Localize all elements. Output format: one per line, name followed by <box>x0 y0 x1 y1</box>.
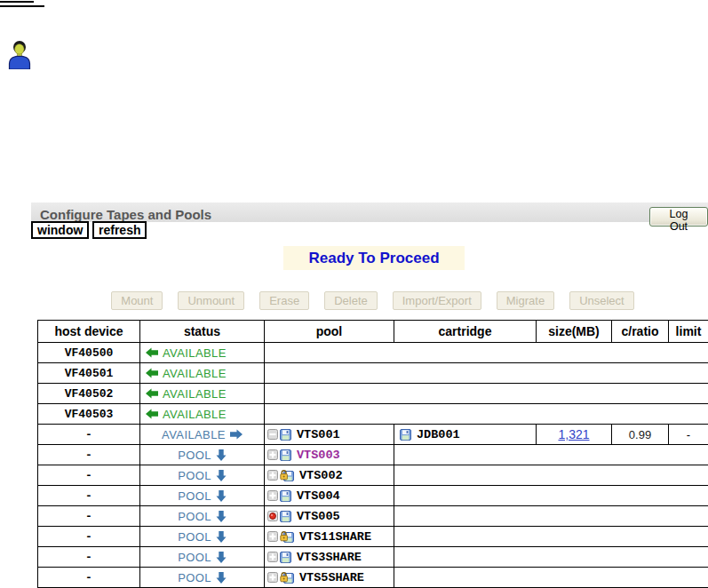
disk-icon <box>280 490 291 502</box>
table-body: VF40500AVAILABLEVF40501AVAILABLEVF40502A… <box>38 343 708 588</box>
col-status: status <box>140 321 265 343</box>
user-icon <box>7 39 32 69</box>
arrow-right-icon <box>230 429 243 440</box>
empty-cell <box>265 343 708 363</box>
empty-cell <box>265 404 708 425</box>
expand-plus-icon[interactable] <box>267 470 278 481</box>
table-header-row: host device status pool cartridge size(M… <box>38 321 708 343</box>
empty-cell <box>394 547 708 568</box>
size-link[interactable]: 1,321 <box>558 427 589 441</box>
disk-lock-icon <box>280 530 294 543</box>
page: Configure Tapes and Pools Log Out window… <box>0 0 708 588</box>
pool-cell: VTS5SHARE <box>265 568 394 588</box>
col-size-mb: size(MB) <box>537 321 612 343</box>
host-device-cell: VF40501 <box>38 363 140 384</box>
host-device-cell: VF40502 <box>38 384 140 404</box>
status-cell: POOL <box>140 527 265 547</box>
status-label: POOL <box>178 469 211 482</box>
mount-button[interactable]: Mount <box>111 291 163 310</box>
table-row: -AVAILABLEVTS001JDB0011,3210.99- <box>38 425 708 445</box>
section-header-bar: Configure Tapes and Pools <box>31 203 708 222</box>
record-icon <box>267 511 278 521</box>
status-cell: POOL <box>140 465 265 486</box>
status-cell: POOL <box>140 486 265 506</box>
import-export-button[interactable]: Import/Export <box>393 291 481 310</box>
pool-name: VTS004 <box>297 489 340 503</box>
expand-plus-icon[interactable] <box>267 531 278 542</box>
arrow-down-icon <box>216 490 227 502</box>
unselect-button[interactable]: Unselect <box>569 291 634 310</box>
col-pool: pool <box>265 321 394 343</box>
pool-name: VTS001 <box>297 428 340 441</box>
empty-cell <box>394 568 708 588</box>
pool-cell: VTS005 <box>265 506 394 527</box>
logout-button[interactable]: Log Out <box>649 207 708 226</box>
arrow-left-icon <box>146 409 158 419</box>
status-label: POOL <box>178 510 211 523</box>
collapse-minus-icon[interactable] <box>267 429 278 440</box>
refresh-frame-button[interactable]: refresh <box>92 221 147 239</box>
disk-icon <box>280 429 291 441</box>
host-device-cell: - <box>38 425 140 445</box>
cratio-cell: 0.99 <box>612 425 669 445</box>
window-frame-button[interactable]: window <box>31 221 89 239</box>
top-edge-line <box>0 5 44 7</box>
pool-cell: VTS004 <box>265 486 394 506</box>
status-label: AVAILABLE <box>163 346 227 360</box>
pool-cell: VTS003 <box>265 445 394 465</box>
arrow-down-icon <box>216 552 227 563</box>
disk-icon <box>280 511 291 522</box>
arrow-left-icon <box>146 388 158 399</box>
pool-name: VTS5SHARE <box>299 571 364 584</box>
toolbar: MountUnmountEraseDeleteImport/ExportMigr… <box>37 291 708 310</box>
delete-button[interactable]: Delete <box>324 291 378 310</box>
host-device-cell: - <box>38 547 140 568</box>
arrow-left-icon <box>146 368 158 378</box>
status-cell: AVAILABLE <box>140 404 265 425</box>
status-cell: POOL <box>140 547 265 568</box>
page-title: Configure Tapes and Pools <box>31 203 708 222</box>
host-device-cell: - <box>38 445 140 465</box>
arrow-down-icon <box>216 449 227 461</box>
unmount-button[interactable]: Unmount <box>178 291 244 310</box>
status-banner: Ready To Proceed <box>283 246 465 270</box>
status-label: POOL <box>178 530 211 544</box>
migrate-button[interactable]: Migrate <box>497 291 554 310</box>
table-row: VF40503AVAILABLE <box>38 404 708 425</box>
status-label: AVAILABLE <box>163 367 227 380</box>
pool-name: VTS002 <box>299 469 343 482</box>
table-row: -POOLVTS3SHARE <box>38 547 708 568</box>
erase-button[interactable]: Erase <box>259 291 309 310</box>
empty-cell <box>394 527 708 547</box>
col-cratio: c/ratio <box>612 321 669 343</box>
pool-cell: VTS3SHARE <box>265 547 394 568</box>
disk-icon <box>400 429 411 441</box>
disk-lock-icon <box>280 469 294 481</box>
table-row: -POOLVTS002 <box>38 465 708 486</box>
status-label: AVAILABLE <box>163 387 227 401</box>
col-host-device: host device <box>38 321 140 343</box>
status-label: POOL <box>178 551 211 564</box>
host-device-cell: - <box>38 527 140 547</box>
status-label: POOL <box>178 571 211 584</box>
expand-plus-icon[interactable] <box>267 572 278 583</box>
pool-name: VTS11SHARE <box>299 530 371 544</box>
expand-plus-icon[interactable] <box>267 449 278 460</box>
top-edge-line <box>0 1 34 3</box>
host-device-cell: - <box>38 506 140 527</box>
table-row: -POOLVTS004 <box>38 486 708 506</box>
size-cell: 1,321 <box>537 425 612 445</box>
expand-plus-icon[interactable] <box>267 552 278 562</box>
arrow-down-icon <box>216 511 227 522</box>
disk-lock-icon <box>280 571 294 584</box>
host-device-cell: - <box>38 486 140 506</box>
arrow-down-icon <box>216 572 227 584</box>
table-row: -POOLVTS5SHARE <box>38 568 708 588</box>
empty-cell <box>394 465 708 486</box>
pool-cell: VTS11SHARE <box>265 527 394 547</box>
status-label: AVAILABLE <box>162 428 226 441</box>
pool-name: VTS3SHARE <box>297 551 362 564</box>
status-label: POOL <box>178 489 211 503</box>
table-row: -POOLVTS11SHARE <box>38 527 708 547</box>
expand-plus-icon[interactable] <box>267 490 278 501</box>
